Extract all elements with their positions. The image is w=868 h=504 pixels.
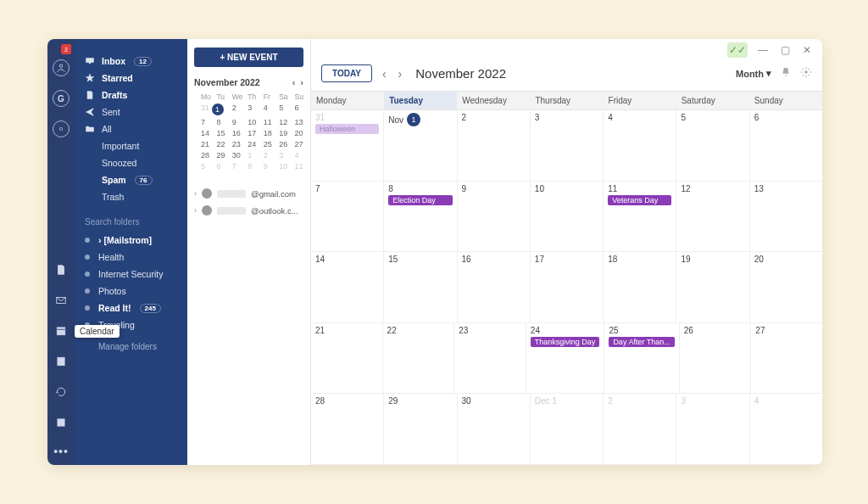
day-cell[interactable]: 17 xyxy=(531,252,604,322)
maximize-button[interactable]: ▢ xyxy=(778,43,792,57)
day-cell[interactable]: 30 xyxy=(458,394,531,464)
mini-day-cell[interactable]: 7 xyxy=(201,118,203,126)
folder-item[interactable]: Health xyxy=(75,249,187,266)
mini-day-cell[interactable]: 4 xyxy=(264,104,265,115)
day-cell[interactable]: 3 xyxy=(676,394,749,464)
day-cell[interactable]: 4 xyxy=(604,110,676,181)
mini-day-cell[interactable]: 5 xyxy=(279,104,281,115)
mini-day-cell[interactable]: 11 xyxy=(295,162,297,171)
g-icon[interactable]: G xyxy=(53,90,70,107)
day-cell[interactable]: 4 xyxy=(750,394,822,464)
mini-cal-prev[interactable]: ‹ xyxy=(292,77,296,87)
mini-day-cell[interactable]: 6 xyxy=(295,104,297,115)
calendar-event[interactable]: Thanksgiving Day xyxy=(531,337,600,347)
calendar-icon[interactable]: Calendar xyxy=(53,322,70,339)
day-cell[interactable]: 10 xyxy=(531,182,604,252)
day-cell[interactable]: 29 xyxy=(384,394,457,464)
mini-day-cell[interactable]: 31 xyxy=(201,104,203,115)
mini-day-cell[interactable]: 3 xyxy=(279,151,281,160)
mini-day-cell[interactable]: 19 xyxy=(279,129,281,137)
day-cell[interactable]: 22 xyxy=(383,323,455,394)
mini-day-cell[interactable]: 15 xyxy=(216,129,218,137)
mini-day-cell[interactable]: 25 xyxy=(264,140,265,148)
mini-day-cell[interactable]: 1 xyxy=(212,104,224,115)
note-icon[interactable] xyxy=(53,414,70,431)
folder-item[interactable]: › [Mailstrom] xyxy=(75,232,187,249)
sidebar-item-important[interactable]: Important xyxy=(75,137,187,154)
mini-day-cell[interactable]: 26 xyxy=(279,140,281,148)
account-row[interactable]: ›@outlook.c... xyxy=(194,205,303,216)
mini-day-cell[interactable]: 7 xyxy=(232,162,234,171)
mini-day-cell[interactable]: 24 xyxy=(248,140,249,148)
day-cell[interactable]: 6 xyxy=(750,110,822,181)
day-cell[interactable]: 23 xyxy=(454,323,526,394)
mini-day-cell[interactable]: 14 xyxy=(201,129,203,137)
day-cell[interactable]: 8Election Day xyxy=(384,182,457,252)
mini-day-cell[interactable]: 23 xyxy=(232,140,234,148)
day-cell[interactable]: 24Thanksgiving Day xyxy=(526,323,605,394)
day-cell[interactable]: 11Veterans Day xyxy=(604,182,676,252)
sidebar-item-snoozed[interactable]: Snoozed xyxy=(75,154,187,171)
folder-item[interactable]: Photos xyxy=(75,283,187,300)
sidebar-item-trash[interactable]: Trash xyxy=(75,188,187,205)
day-cell[interactable]: 19 xyxy=(676,252,749,322)
refresh-icon[interactable] xyxy=(53,384,70,400)
mini-day-cell[interactable]: 27 xyxy=(295,140,297,148)
mini-day-cell[interactable]: 3 xyxy=(248,104,249,115)
day-cell[interactable]: 12 xyxy=(676,182,749,252)
mini-day-cell[interactable]: 4 xyxy=(295,151,297,160)
sidebar-item-spam[interactable]: Spam76 xyxy=(75,171,187,188)
day-cell[interactable]: 2 xyxy=(458,110,531,181)
day-cell[interactable]: Dec 1 xyxy=(531,394,604,464)
day-cell[interactable]: 27 xyxy=(751,323,822,394)
mail-icon[interactable] xyxy=(53,292,70,309)
mini-day-cell[interactable]: 21 xyxy=(201,140,203,148)
close-button[interactable]: ✕ xyxy=(800,43,814,57)
day-cell[interactable]: 3 xyxy=(531,110,604,181)
mini-day-cell[interactable]: 22 xyxy=(216,140,218,148)
mini-day-cell[interactable]: 6 xyxy=(216,162,218,171)
calendar-event[interactable]: Election Day xyxy=(388,195,452,205)
mini-day-cell[interactable]: 9 xyxy=(264,162,265,171)
mini-day-cell[interactable]: 18 xyxy=(264,129,265,137)
mini-day-cell[interactable]: 5 xyxy=(201,162,203,171)
mini-cal-next[interactable]: › xyxy=(300,77,303,87)
mini-day-cell[interactable]: 8 xyxy=(216,118,218,126)
next-month-button[interactable]: › xyxy=(397,67,404,81)
prev-month-button[interactable]: ‹ xyxy=(381,67,388,81)
day-cell[interactable]: 25Day After Than... xyxy=(604,323,679,394)
sidebar-item-all[interactable]: All xyxy=(75,120,187,137)
new-event-button[interactable]: + NEW EVENT xyxy=(194,48,303,67)
day-cell[interactable]: 14 xyxy=(311,252,384,322)
day-cell[interactable]: 21 xyxy=(311,323,383,394)
sidebar-item-drafts[interactable]: Drafts xyxy=(75,87,187,104)
account-icon[interactable] xyxy=(53,59,70,76)
calendar-event[interactable]: Veterans Day xyxy=(608,195,671,205)
view-dropdown[interactable]: Month ▾ xyxy=(736,68,771,79)
today-button[interactable]: TODAY xyxy=(321,64,372,82)
mini-day-cell[interactable]: 12 xyxy=(279,118,281,126)
day-cell[interactable]: 9 xyxy=(458,182,531,252)
file-icon[interactable] xyxy=(53,261,70,278)
folder-item[interactable]: Internet Security xyxy=(75,266,187,283)
day-cell[interactable]: 7 xyxy=(311,182,384,252)
day-cell[interactable]: 28 xyxy=(311,394,384,464)
sidebar-item-starred[interactable]: Starred xyxy=(75,70,187,87)
sidebar-item-inbox[interactable]: Inbox12 xyxy=(75,53,187,70)
day-cell[interactable]: 18 xyxy=(604,252,676,322)
mini-day-cell[interactable]: 1 xyxy=(248,151,249,160)
more-icon[interactable]: ••• xyxy=(53,445,69,458)
mini-day-cell[interactable]: 9 xyxy=(232,118,234,126)
day-cell[interactable]: 31Halloween xyxy=(311,110,384,181)
bell-icon[interactable] xyxy=(780,66,792,81)
mini-day-cell[interactable]: 28 xyxy=(201,151,203,160)
mini-day-cell[interactable]: 11 xyxy=(264,118,265,126)
mini-day-cell[interactable]: 17 xyxy=(248,129,249,137)
mini-day-cell[interactable]: 30 xyxy=(232,151,234,160)
calendar-event[interactable]: Day After Than... xyxy=(609,337,674,347)
mini-day-cell[interactable]: 16 xyxy=(232,129,234,137)
mini-day-cell[interactable]: 8 xyxy=(248,162,249,171)
day-cell[interactable]: Nov1 xyxy=(384,110,457,181)
minimize-button[interactable]: — xyxy=(756,43,770,57)
day-cell[interactable]: 20 xyxy=(750,252,822,322)
